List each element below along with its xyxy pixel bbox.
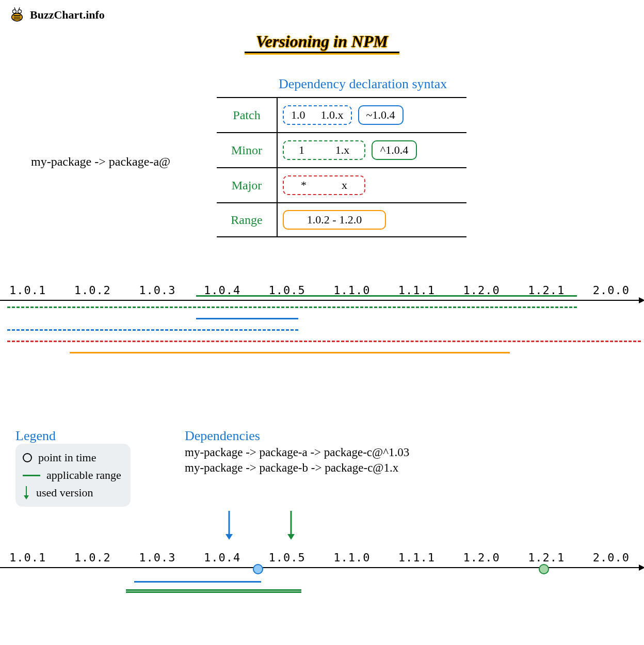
row-label: Minor: [217, 143, 277, 157]
tick-label: 1.0.4: [204, 551, 240, 564]
tick-label: 2.0.0: [593, 284, 630, 297]
syntax-table: Patch 1.0 1.0.x ~1.0.4 Minor 1 1.x ^1.0.…: [217, 97, 466, 237]
tick-label: 1.0.2: [74, 284, 111, 297]
tick-label: 2.0.0: [593, 551, 630, 564]
tick-label: 1.0.3: [139, 284, 175, 297]
range-pill: 1.0.2 - 1.2.0: [283, 210, 386, 230]
tick-label: 1.2.0: [463, 551, 500, 564]
pill-text: 1.x: [335, 143, 350, 157]
tick-label: 1.2.1: [528, 551, 565, 564]
tick-label: 1.1.1: [398, 551, 435, 564]
bar-minor-dashed: [7, 307, 577, 308]
legend-label: applicable range: [46, 469, 121, 482]
legend-title: Legend: [15, 428, 131, 444]
legend-block: Legend point in time applicable range us…: [15, 428, 131, 507]
bar-resolve-green-2: [126, 591, 301, 593]
timeline-1: 1.0.1 1.0.2 1.0.3 1.0.4 1.0.5 1.1.0 1.1.…: [0, 284, 644, 301]
dependencies-block: Dependencies my-package -> package-a -> …: [185, 428, 409, 477]
major-wildcard-pill: * x: [283, 175, 365, 195]
table-row-minor: Minor 1 1.x ^1.0.4: [217, 132, 466, 167]
pill-text: *: [301, 179, 307, 192]
tick-label: 1.0.2: [74, 551, 111, 564]
row-label: Major: [217, 179, 277, 192]
pill-text: x: [342, 179, 347, 192]
svg-point-2: [18, 10, 22, 13]
bar-major-dashed: [7, 341, 641, 342]
legend-circle-icon: [23, 453, 32, 462]
timeline-1-axis: [0, 300, 644, 301]
legend-line-icon: [23, 475, 40, 476]
bar-minor-solid: [196, 295, 577, 297]
dependency-line: my-package -> package-b -> package-c@1.x: [185, 461, 409, 475]
site-logo: BuzzChart.info: [8, 6, 105, 24]
svg-point-1: [13, 10, 17, 13]
pill-text: 1.0.x: [321, 108, 344, 122]
svg-line-3: [14, 8, 15, 10]
legend-label: used version: [36, 486, 93, 499]
page-title: Versioning in NPM: [256, 32, 388, 53]
bar-resolve-green-1: [126, 589, 301, 591]
tick-label: 1.0.5: [269, 551, 305, 564]
timeline-2: 1.0.1 1.0.2 1.0.3 1.0.4 1.0.5 1.1.0 1.1.…: [0, 551, 644, 568]
title-underline: [245, 52, 399, 55]
bar-range-solid: [70, 352, 510, 353]
time-point-green: [539, 564, 549, 574]
minor-operator-pill: ^1.0.4: [372, 140, 417, 160]
time-point-blue: [253, 564, 263, 574]
used-arrow-blue: [224, 511, 234, 542]
tick-label: 1.0.1: [9, 551, 46, 564]
table-row-patch: Patch 1.0 1.0.x ~1.0.4: [217, 97, 466, 132]
table-row-major: Major * x: [217, 167, 466, 202]
tick-label: 1.1.0: [333, 551, 370, 564]
bar-resolve-blue: [134, 581, 261, 583]
legend-label: point in time: [38, 451, 96, 464]
section-subtitle: Dependency declaration syntax: [279, 76, 447, 92]
pill-text: 1.0: [291, 108, 305, 122]
patch-operator-pill: ~1.0.4: [358, 105, 404, 125]
used-arrow-green: [286, 511, 296, 542]
dependency-leadin: my-package -> package-a@: [31, 155, 170, 169]
tick-label: 1.0.1: [9, 284, 46, 297]
table-row-range: Range 1.0.2 - 1.2.0: [217, 202, 466, 237]
bar-patch-dashed: [7, 329, 298, 331]
dependency-line: my-package -> package-a -> package-c@^1.…: [185, 446, 409, 459]
bar-patch-solid: [196, 318, 298, 319]
logo-text: BuzzChart.info: [30, 8, 105, 22]
bee-icon: [8, 6, 26, 24]
patch-wildcard-pill: 1.0 1.0.x: [283, 105, 352, 125]
legend-box: point in time applicable range used vers…: [15, 444, 131, 507]
row-label: Patch: [217, 108, 277, 122]
svg-line-4: [19, 8, 20, 10]
tick-label: 1.0.3: [139, 551, 175, 564]
minor-wildcard-pill: 1 1.x: [283, 140, 365, 160]
dependencies-title: Dependencies: [185, 428, 409, 444]
legend-arrow-icon: [23, 486, 30, 499]
timeline-2-ticks: 1.0.1 1.0.2 1.0.3 1.0.4 1.0.5 1.1.0 1.1.…: [0, 551, 644, 564]
row-label: Range: [217, 213, 277, 227]
pill-text: 1: [299, 143, 304, 157]
